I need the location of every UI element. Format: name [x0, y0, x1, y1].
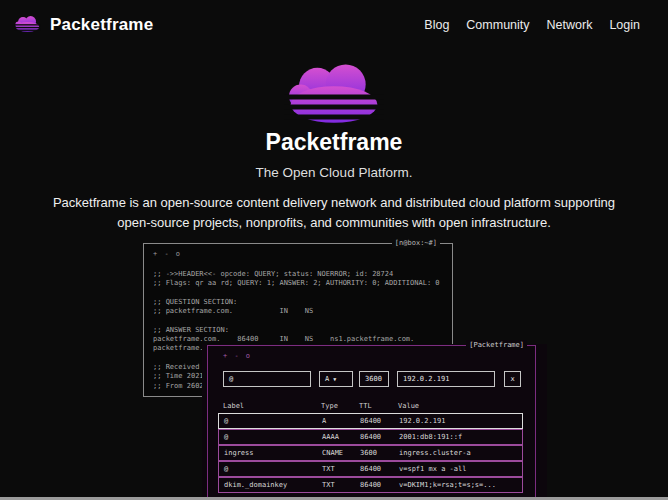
dashboard-window-title: [Packetframe] — [466, 340, 527, 350]
packetframe-logo-icon — [14, 15, 41, 36]
dashboard-window-controls: + - o — [223, 352, 252, 360]
record-type-select[interactable]: A ▼ — [319, 371, 353, 387]
nav-link-community[interactable]: Community — [466, 18, 529, 32]
nav-link-login[interactable]: Login — [609, 18, 640, 32]
page-subtitle: The Open Cloud Platform. — [0, 165, 668, 180]
terminal-window-title: [n@box:~#] — [392, 238, 440, 248]
row-label: @ — [224, 433, 228, 441]
caret-down-icon: ▼ — [333, 372, 336, 386]
records-table-header: Label Type TTL Value — [218, 399, 523, 411]
header-label: Label — [223, 402, 244, 410]
header-type: Type — [321, 402, 338, 410]
row-value: ingress.cluster-a — [399, 449, 471, 457]
brand-name: Packetframe — [50, 15, 153, 35]
row-ttl: 86400 — [360, 433, 381, 441]
brand-link[interactable]: Packetframe — [14, 15, 153, 36]
header-value: Value — [398, 402, 419, 410]
hero-cloud-icon — [0, 61, 668, 127]
row-label: @ — [224, 465, 228, 473]
row-type: AAAA — [322, 433, 339, 441]
nav-link-network[interactable]: Network — [547, 18, 593, 32]
row-type: CNAME — [322, 449, 343, 457]
row-ttl: 86400 — [360, 481, 381, 489]
table-row[interactable]: ingress CNAME 3600 ingress.cluster-a — [218, 445, 523, 461]
row-value: v=spf1 mx a -all — [399, 465, 466, 473]
table-row[interactable]: @ TXT 86400 v=spf1 mx a -all — [218, 461, 523, 477]
terminal-window-controls: + - o — [153, 250, 182, 258]
nav-links: Blog Community Network Login — [424, 18, 640, 32]
table-row[interactable]: @ AAAA 86400 2001:db8:191::f — [218, 429, 523, 445]
row-label: dkim._domainkey — [224, 481, 287, 489]
row-value: 192.0.2.191 — [399, 417, 445, 425]
record-name-input[interactable]: @ — [223, 371, 311, 387]
table-row[interactable]: dkim._domainkey TXT 86400 v=DKIM1;k=rsa;… — [218, 477, 523, 493]
row-value: v=DKIM1;k=rsa;t=s;s=... — [399, 481, 496, 489]
table-row[interactable]: @ A 86400 192.0.2.191 — [218, 413, 523, 429]
dashboard-window: [Packetframe] + - o @ A ▼ 3600 192.0.2.1… — [207, 345, 536, 500]
row-ttl: 3600 — [360, 449, 377, 457]
row-value: 2001:db8:191::f — [399, 433, 462, 441]
row-ttl: 86400 — [360, 417, 381, 425]
row-label: @ — [224, 417, 228, 425]
row-type: TXT — [322, 481, 335, 489]
record-delete-button[interactable]: x — [504, 371, 521, 387]
navbar: Packetframe Blog Community Network Login — [0, 0, 668, 50]
hero-section: Packetframe The Open Cloud Platform. Pac… — [0, 50, 668, 232]
record-type-value: A — [325, 372, 329, 386]
record-value-input[interactable]: 192.0.2.191 — [397, 371, 495, 387]
nav-link-blog[interactable]: Blog — [424, 18, 449, 32]
page-description: Packetframe is an open-source content de… — [44, 193, 624, 232]
page: Packetframe Blog Community Network Login — [0, 0, 668, 500]
row-type: TXT — [322, 465, 335, 473]
row-label: ingress — [224, 449, 254, 457]
page-title: Packetframe — [0, 129, 668, 156]
record-ttl-input[interactable]: 3600 — [359, 371, 389, 387]
header-ttl: TTL — [359, 402, 372, 410]
row-ttl: 86400 — [360, 465, 381, 473]
dashboard-window-wrap: [Packetframe] + - o @ A ▼ 3600 192.0.2.1… — [202, 344, 547, 500]
row-type: A — [322, 417, 326, 425]
